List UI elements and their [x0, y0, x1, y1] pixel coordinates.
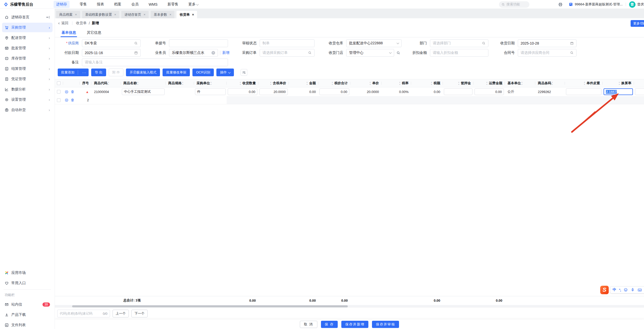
- row-checkbox[interactable]: [57, 90, 61, 94]
- close-icon[interactable]: ×: [75, 13, 77, 16]
- product-name-cell[interactable]: [121, 96, 166, 104]
- search-icon[interactable]: [134, 41, 138, 45]
- cancel-button[interactable]: 取 消: [300, 321, 317, 328]
- sidebar-item-app-market[interactable]: 应用市场: [2, 268, 53, 277]
- contract-input[interactable]: 请选择供应商合同: [518, 49, 577, 57]
- conversion-rate-input[interactable]: 2.1667: [604, 88, 633, 95]
- tax-price-input[interactable]: 20.0000: [259, 88, 288, 95]
- global-search-input[interactable]: 搜索功能: [499, 1, 529, 8]
- sort-icon[interactable]: [458, 81, 461, 85]
- calendar-icon[interactable]: [134, 51, 138, 55]
- sidebar-item-purchase[interactable]: 采购管理 ›: [2, 23, 53, 32]
- col-header-price[interactable]: 单价: [350, 79, 382, 87]
- tab-other-info[interactable]: 其它信息: [87, 28, 101, 37]
- close-icon[interactable]: ×: [143, 13, 146, 16]
- sort-icon[interactable]: [552, 81, 554, 85]
- sort-icon[interactable]: [182, 81, 184, 85]
- col-header-purchase-unit[interactable]: 采购单位: [194, 79, 227, 87]
- col-header-tax-price[interactable]: 含税单价: [258, 79, 289, 87]
- nav-item-archives[interactable]: 档案: [114, 2, 121, 7]
- sidebar-item-wholesale[interactable]: 批发管理 ›: [2, 43, 53, 53]
- basket-deposit-input[interactable]: [444, 88, 472, 95]
- col-header-product-name[interactable]: 商品名称: [121, 79, 166, 87]
- nav-item-reports[interactable]: 报表: [97, 2, 104, 7]
- save-and-new-button[interactable]: 保存并新增: [341, 321, 368, 328]
- avatar[interactable]: 曾: [629, 1, 635, 8]
- add-row-icon[interactable]: [65, 98, 69, 102]
- batch-edit-button[interactable]: 批量修改单据: [163, 69, 190, 76]
- nav-item-members[interactable]: 会员: [131, 2, 139, 7]
- tare-weight-input[interactable]: [566, 88, 601, 95]
- operate-dropdown-button[interactable]: 操作: [216, 69, 234, 76]
- col-header-conversion-rate[interactable]: 换算率: [603, 79, 634, 87]
- back-button[interactable]: ‹返回: [58, 21, 69, 26]
- department-input[interactable]: 请选择部门: [430, 39, 488, 47]
- sidebar-item-messages[interactable]: 站内信 39: [2, 300, 53, 309]
- sort-icon[interactable]: [399, 81, 402, 85]
- previous-button[interactable]: 上一个: [113, 310, 129, 317]
- emoji-icon[interactable]: [624, 288, 628, 292]
- tab-product-archive[interactable]: 商品档案×: [56, 11, 80, 18]
- nav-item-wms[interactable]: WMS: [149, 2, 157, 6]
- row-search-input[interactable]: 代码|名称|条码|速记码 0/0: [57, 310, 110, 317]
- ocr-button[interactable]: OCR识别: [192, 69, 214, 76]
- printer-icon[interactable]: [558, 2, 563, 7]
- col-header-freight[interactable]: 运费金额: [473, 79, 505, 87]
- microphone-icon[interactable]: [631, 288, 635, 292]
- close-icon[interactable]: ×: [192, 13, 194, 16]
- pay-date-input[interactable]: 2025-11-16: [82, 49, 141, 57]
- nav-item-new-retail[interactable]: 新零售: [167, 2, 178, 7]
- tab-basic-archive-params[interactable]: 基础档案参数设置×: [82, 11, 120, 18]
- sort-icon[interactable]: [210, 81, 213, 85]
- batch-add-more-button[interactable]: ···: [80, 71, 89, 74]
- batch-add-label[interactable]: 批量添加: [58, 70, 78, 75]
- sidebar-item-voucher[interactable]: 凭证管理 ›: [2, 74, 53, 84]
- tab-basic-info[interactable]: 基本信息: [62, 28, 76, 37]
- nav-item-retail[interactable]: 零售: [80, 2, 87, 7]
- purchase-unit-input[interactable]: 件: [195, 88, 226, 95]
- sogou-logo-icon[interactable]: S: [600, 286, 609, 294]
- column-settings-button[interactable]: [241, 69, 247, 76]
- tab-inventory-home[interactable]: 进销存首页×: [121, 11, 149, 18]
- scrollbar-thumb[interactable]: [72, 305, 348, 307]
- col-header-tare-weight[interactable]: 单件皮重: [565, 79, 603, 87]
- sidebar-item-inventory-home[interactable]: 进销存首页: [2, 12, 53, 22]
- sort-icon[interactable]: [270, 81, 273, 85]
- close-icon[interactable]: ×: [114, 13, 116, 16]
- clear-icon[interactable]: ×: [211, 51, 215, 55]
- col-header-amount[interactable]: 金额: [289, 79, 318, 87]
- warehouse-select[interactable]: 批发配送中心222888: [346, 39, 402, 47]
- select-all-checkbox[interactable]: [57, 81, 61, 85]
- warning-icon[interactable]: ▲: [86, 90, 89, 94]
- sort-icon[interactable]: [369, 81, 372, 85]
- ime-chinese-mode-icon[interactable]: 中: [613, 288, 616, 292]
- col-header-tax-total[interactable]: 税价合计: [318, 79, 350, 87]
- supplier-input[interactable]: DK专卖: [82, 39, 141, 47]
- add-row-icon[interactable]: [65, 90, 69, 94]
- discount-input[interactable]: 请输入折扣金额: [430, 49, 488, 57]
- batch-add-button[interactable]: 批量添加 ···: [58, 69, 89, 76]
- col-header-received-qty[interactable]: 收货数量: [227, 79, 258, 87]
- sort-icon[interactable]: [618, 81, 621, 85]
- sort-icon[interactable]: [240, 81, 242, 85]
- salesman-input[interactable]: 乐檬查尔斯顿三点水 ×: [169, 49, 218, 57]
- delete-row-icon[interactable]: [71, 90, 74, 94]
- nav-item-inventory[interactable]: 进销存: [54, 1, 70, 8]
- extra-input[interactable]: [635, 88, 644, 95]
- organization-switcher[interactable]: 99664-新界面商超版测试-管理...: [569, 2, 623, 7]
- received-qty-input[interactable]: 0.00: [228, 88, 257, 95]
- ime-punctuation-icon[interactable]: °,: [619, 288, 621, 292]
- sidebar-item-delivery[interactable]: 配送管理 ›: [2, 33, 53, 43]
- sidebar-item-settlement[interactable]: $ 结算管理 ›: [2, 64, 53, 73]
- next-button[interactable]: 下一个: [131, 310, 148, 317]
- more-functions-button[interactable]: 更多功能: [631, 20, 644, 27]
- collapse-sidebar-icon[interactable]: [46, 15, 50, 19]
- sidebar-item-analytics[interactable]: 数据分析 ›: [2, 85, 53, 94]
- sidebar-item-favorites[interactable]: 常用入口: [2, 278, 53, 288]
- store-select[interactable]: 管理中心: [346, 49, 394, 57]
- speed-input-mode-button[interactable]: 开启极速输入模式: [126, 69, 160, 76]
- freight-input[interactable]: 0.00: [474, 88, 504, 95]
- breadcrumb-parent[interactable]: 收货单: [76, 21, 87, 26]
- sort-icon[interactable]: [584, 81, 586, 85]
- search-icon[interactable]: [570, 51, 574, 55]
